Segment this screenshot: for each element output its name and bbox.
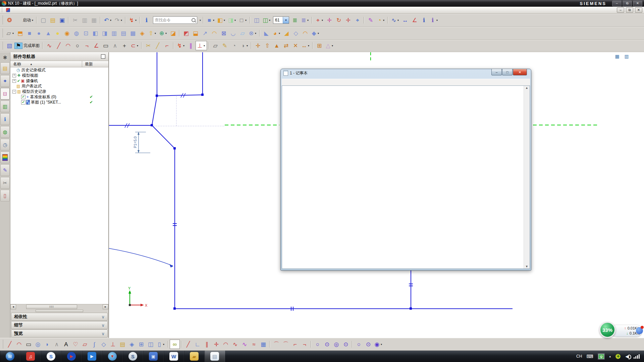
bt-spline-icon[interactable]: ∿ — [230, 340, 240, 349]
collapsed-panel-header[interactable]: 相依性 ∨ — [11, 313, 108, 321]
tree-expander[interactable]: − — [12, 90, 16, 94]
bt-arc-icon[interactable]: ◠ — [14, 340, 24, 349]
bt-link-icon[interactable]: ∞ — [170, 340, 180, 349]
menu-item[interactable] — [60, 10, 66, 10]
drag-curve-icon[interactable]: ▲ — [272, 41, 281, 50]
info-window-icon[interactable]: ℹ — [142, 16, 151, 24]
notepad-minimize-button[interactable]: – — [491, 69, 502, 75]
bt-surface-icon[interactable]: ◗ — [43, 340, 52, 349]
wcs-rotate-icon[interactable]: ↻ — [334, 16, 343, 24]
assembly-navigator-tab[interactable]: ▤ — [0, 62, 10, 74]
nx-start-icon[interactable]: ❂ — [5, 16, 14, 24]
collapsed-panel-header[interactable]: 预览 ∨ — [11, 329, 108, 338]
bt-circle2-icon[interactable]: ⊙ — [322, 340, 332, 349]
part-info-icon[interactable]: ℹ▾ — [429, 16, 439, 24]
cnc-app-icon[interactable]: ▣ — [143, 351, 164, 362]
pattern-curve-icon[interactable]: ⊞ — [315, 41, 324, 50]
scroll-up-arrow[interactable]: ▲ — [525, 86, 528, 89]
animate-dimension-icon[interactable]: ◔ — [229, 41, 239, 50]
bt-tube-icon[interactable]: ▯▾ — [155, 340, 166, 349]
object-info-icon[interactable]: ℹ — [419, 16, 429, 24]
sketch-point[interactable] — [201, 94, 204, 96]
sketch-line-top-horizontal[interactable] — [157, 95, 203, 96]
menu-item[interactable] — [71, 10, 77, 10]
cone-icon[interactable]: ▲ — [44, 29, 53, 38]
pull-curve-icon[interactable]: ⇧ — [263, 41, 272, 50]
notepad-taskbar-icon[interactable]: ▤ — [205, 351, 225, 362]
hidden-icons-arrow[interactable]: ▴ — [609, 355, 611, 358]
visualization-tab[interactable]: ✎ — [0, 164, 10, 176]
close-button[interactable]: ✕ — [635, 7, 642, 13]
arc-icon[interactable]: ◠ — [63, 41, 73, 50]
bt-circle3-icon[interactable]: ◎ — [332, 340, 341, 349]
close-button[interactable]: ✕ — [633, 1, 642, 6]
work-layer-combo[interactable]: 61 ▼ — [273, 16, 289, 24]
tree-expander[interactable] — [17, 101, 20, 104]
cylinder-icon[interactable]: ● — [34, 29, 44, 38]
convert-reference-icon[interactable]: ◑▾ — [239, 41, 250, 50]
fillet-icon[interactable]: ¬ — [82, 41, 92, 50]
tree-expander[interactable] — [12, 69, 15, 72]
sketch-point[interactable] — [173, 147, 176, 149]
pad-icon[interactable]: ◧ — [91, 29, 100, 38]
notepad-maximize-button[interactable]: □ — [502, 69, 513, 75]
notepad-close-button[interactable]: ✕ — [513, 69, 527, 75]
bt-extend-icon[interactable]: ¬ — [300, 340, 309, 349]
draft-icon[interactable]: ◇ — [291, 29, 301, 38]
polygon-icon[interactable]: ∧ — [110, 41, 120, 50]
tree-row[interactable]: ◷ 历史记录模式 — [10, 67, 108, 73]
bt-grid-plane-icon[interactable]: ▦ — [259, 340, 268, 349]
sort-ascending-icon[interactable]: ▲ — [30, 63, 33, 66]
sketch-point[interactable] — [173, 307, 176, 310]
tree-row[interactable]: + ❖ 模型视图 — [10, 73, 108, 78]
bt-fillet2-icon[interactable]: ⌒ — [272, 340, 281, 349]
datum-plane-icon[interactable]: ▱▾ — [5, 29, 15, 38]
circle-icon[interactable]: ○ — [73, 41, 82, 50]
tree-row[interactable]: + ✔ ▣ 摄像机 — [10, 78, 108, 83]
delay-constraint-icon[interactable]: ↯▾ — [127, 16, 138, 24]
memory-ball-widget[interactable]: 33% — [599, 322, 615, 338]
geometric-constraints-icon[interactable]: ↯▾ — [175, 41, 186, 50]
alternate-solution-icon[interactable]: △▾ — [324, 41, 335, 50]
bt-arc2-icon[interactable]: ◠ — [221, 340, 230, 349]
reuse-library-tab[interactable]: ▥ — [0, 101, 10, 112]
bt-patch-icon[interactable]: ▱ — [80, 340, 90, 349]
quick-extend-icon[interactable]: ╱ — [153, 41, 162, 50]
redo-icon[interactable]: ↷▾ — [113, 16, 124, 24]
dimension-curve-icon[interactable]: ↔▾ — [300, 41, 311, 50]
bt-arc3-icon[interactable]: ⌒ — [281, 340, 290, 349]
bt-circle7-icon[interactable]: ◉▾ — [373, 340, 384, 349]
menu-item[interactable] — [30, 10, 36, 10]
chamfer-icon[interactable]: ◣ — [262, 29, 271, 38]
perpendicular-boxed-icon[interactable]: ⊥▾ — [196, 41, 207, 50]
hd3d-info-tab[interactable]: ℹ — [0, 113, 10, 125]
trim-body-icon[interactable]: ◪ — [168, 29, 178, 38]
child-window-icon[interactable] — [6, 8, 10, 12]
video-app-icon[interactable]: ▶ — [82, 351, 102, 362]
sketch-point[interactable] — [410, 307, 412, 310]
restore-button[interactable]: ⧉ — [623, 1, 632, 6]
profile-icon[interactable]: ∿ — [45, 41, 54, 50]
copy-icon[interactable]: ▥ — [80, 16, 89, 24]
bt-spline3-icon[interactable]: ≈ — [249, 340, 259, 349]
sketch-point[interactable] — [151, 124, 153, 126]
offset-face-icon[interactable]: ⇧▾ — [147, 29, 158, 38]
bt-spline2-icon[interactable]: ∿ — [240, 340, 249, 349]
menu-item[interactable] — [42, 10, 48, 10]
bt-spiral-icon[interactable]: ∫ — [90, 340, 99, 349]
boolean-unite-icon[interactable]: ⊕▾ — [158, 29, 168, 38]
groove-icon[interactable]: ▤ — [119, 29, 128, 38]
media-player-icon[interactable]: ▶ — [61, 351, 82, 362]
tree-row[interactable]: − ▨ 模型历史记录 — [10, 89, 108, 94]
move-curve-icon[interactable]: ✛ — [253, 41, 263, 50]
netease-music-icon[interactable]: ♫ — [20, 351, 41, 362]
palette-tab[interactable] — [0, 152, 10, 163]
command-search-box[interactable]: 查找命令 — [153, 16, 197, 24]
measure-distance-icon[interactable]: ↔ — [400, 16, 410, 24]
section-analysis-icon[interactable]: ∿▾ — [390, 16, 400, 24]
part-navigator-tab[interactable]: ⊟ — [0, 88, 10, 100]
scroll-right-arrow[interactable]: ► — [103, 304, 108, 309]
wcs-dynamics-icon[interactable]: ⌖▾ — [314, 16, 325, 24]
tree-checkbox[interactable]: ✔ — [21, 100, 25, 105]
bt-circle5-icon[interactable]: ○ — [354, 340, 364, 349]
